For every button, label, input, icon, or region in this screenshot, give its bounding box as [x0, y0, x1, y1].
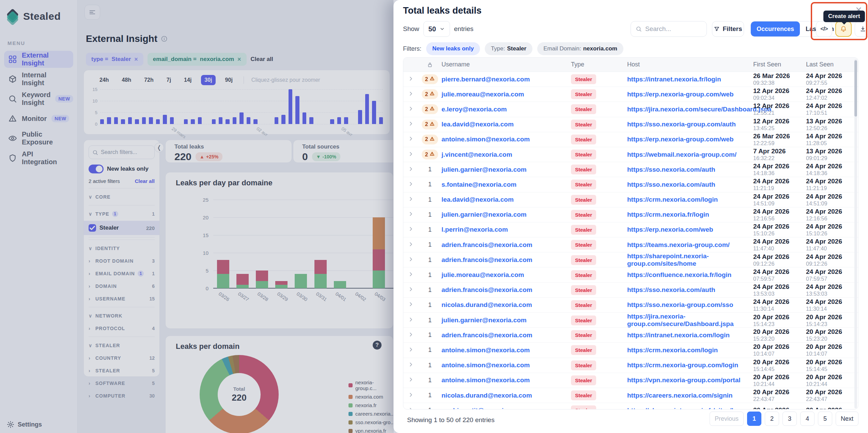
page-size-select[interactable]: 50 — [423, 21, 450, 37]
column-username: Username — [441, 61, 571, 68]
chevron-right-icon — [408, 287, 414, 293]
expand-cell[interactable] — [403, 76, 418, 83]
expand-cell[interactable] — [403, 151, 418, 158]
username-link[interactable]: nicolas.durand@nexoria.com — [441, 301, 571, 309]
host-link[interactable]: https://intranet.nexoria.fr/login — [627, 76, 753, 83]
host-link[interactable]: https://erp.nexoria-group.com/web — [627, 136, 753, 143]
host-link[interactable]: https://crm.nexoria-group.com/login — [627, 361, 753, 369]
modal-dim-overlay[interactable] — [0, 0, 393, 433]
host-link[interactable]: https://careers.nexoria.com/signin — [627, 392, 753, 399]
host-link[interactable]: https://erp.nexoria.com/web — [627, 226, 753, 233]
expand-cell[interactable] — [403, 196, 418, 203]
expand-cell[interactable] — [403, 332, 418, 339]
expand-cell[interactable] — [403, 226, 418, 233]
expand-cell[interactable] — [403, 166, 418, 173]
username-link[interactable]: antoine.simon@nexoria.com — [441, 346, 571, 354]
page-button-3[interactable]: 3 — [782, 412, 797, 426]
filters-button[interactable]: Filters — [712, 21, 744, 37]
expand-cell[interactable] — [403, 407, 418, 409]
host-link[interactable]: https://sso.nexoria.com/auth — [627, 181, 753, 188]
last-seen-time: 13:53:03 — [806, 291, 858, 297]
page-button-4[interactable]: 4 — [800, 412, 815, 426]
export-code-button[interactable]: </> — [816, 21, 832, 37]
host-link[interactable]: https://jira.nexoria-group.com/secure/Da… — [627, 313, 753, 328]
host-link[interactable]: https://sso.nexoria.com/auth — [627, 166, 753, 173]
page-button-5[interactable]: 5 — [818, 412, 832, 426]
username-link[interactable]: e.leroy@nexoria.com — [441, 106, 571, 113]
expand-cell[interactable] — [403, 392, 418, 399]
expand-cell[interactable] — [403, 242, 418, 248]
host-cell: https://erp.nexoria-group.com/web — [627, 91, 753, 98]
username-link[interactable]: l.perrin@nexoria.com — [441, 226, 571, 233]
username-link[interactable]: julien.garnier@nexoria.com — [441, 316, 571, 324]
username-link[interactable]: sophie.petit@nexoria.com — [441, 407, 571, 409]
warning-icon — [430, 121, 435, 128]
next-page-button[interactable]: Next — [836, 412, 858, 426]
expand-cell[interactable] — [403, 181, 418, 188]
username-link[interactable]: julien.garnier@nexoria.com — [441, 211, 571, 218]
host-cell: https://crm.nexoria.com/login — [627, 346, 753, 354]
expand-cell[interactable] — [403, 347, 418, 354]
username-link[interactable]: antoine.simon@nexoria.com — [441, 376, 571, 384]
host-link[interactable]: https://vpn.nexoria-group.com/portal — [627, 376, 753, 384]
page-size-value: 50 — [429, 25, 436, 33]
previous-page-button[interactable]: Previous — [710, 412, 744, 426]
username-link[interactable]: adrien.francois@nexoria.com — [441, 286, 571, 294]
expand-cell[interactable] — [403, 136, 418, 143]
username-link[interactable]: nicolas.durand@nexoria.com — [441, 392, 571, 399]
host-link[interactable]: https://crm.nexoria.fr/login — [627, 211, 753, 218]
username-cell: antoine.simon@nexoria.com — [441, 376, 571, 384]
username-link[interactable]: s.fontaine@nexoria.com — [441, 181, 571, 188]
username-link[interactable]: julien.garnier@nexoria.com — [441, 166, 571, 173]
username-link[interactable]: julie.moreau@nexoria.com — [441, 91, 571, 98]
username-link[interactable]: j.vincent@nexoria.com — [441, 151, 571, 158]
host-link[interactable]: https://jira.nexoria.com/secure/Dashboar… — [627, 106, 753, 113]
username-link[interactable]: lea.david@nexoria.com — [441, 121, 571, 128]
table-scrollbar[interactable] — [854, 59, 857, 408]
username-link[interactable]: antoine.simon@nexoria.com — [441, 136, 571, 143]
host-link[interactable]: https://crm.nexoria.com/login — [627, 196, 753, 203]
username-link[interactable]: adrien.francois@nexoria.com — [441, 241, 571, 249]
tab-occurrences[interactable]: Occurrences — [751, 21, 800, 36]
host-link[interactable]: https://sso.nexoria-group.com/auth — [627, 121, 753, 128]
expand-cell[interactable] — [403, 257, 418, 263]
username-link[interactable]: lea.david@nexoria.com — [441, 196, 571, 203]
host-link[interactable]: https://sso.nexoria-group.com/sso — [627, 301, 753, 309]
type-cell: Stealer — [571, 180, 627, 189]
expand-cell[interactable] — [403, 211, 418, 218]
username-link[interactable]: julie.moreau@nexoria.com — [441, 271, 571, 279]
table-row: 1julie.moreau@nexoria.comStealerhttps://… — [403, 267, 858, 282]
expand-cell[interactable] — [403, 362, 418, 369]
host-link[interactable]: https://teams.nexoria-group.com/ — [627, 241, 753, 249]
expand-cell[interactable] — [403, 317, 418, 324]
expand-cell[interactable] — [403, 301, 418, 308]
host-link[interactable]: https://erp.nexoria-group.com/web — [627, 91, 753, 98]
username-link[interactable]: adrien.francois@nexoria.com — [441, 256, 571, 264]
total-leaks-details-drawer: Total leaks details × Show 50 entries Se… — [393, 0, 868, 433]
first-seen-date: 24 Apr 2026 — [753, 253, 806, 261]
username-link[interactable]: adrien.francois@nexoria.com — [441, 331, 571, 339]
username-link[interactable]: antoine.simon@nexoria.com — [441, 361, 571, 369]
last-seen-cell: 24 Apr 202607:59:57 — [806, 268, 858, 282]
first-seen-time: 22:43:47 — [753, 396, 806, 402]
host-link[interactable]: https://sso.nexoria.com/auth — [627, 286, 753, 294]
expand-cell[interactable] — [403, 106, 418, 113]
host-link[interactable]: https://crm.nexoria.com/login — [627, 346, 753, 354]
username-link[interactable]: pierre.bernard@nexoria.com — [441, 76, 571, 83]
expand-cell[interactable] — [403, 272, 418, 278]
download-button[interactable] — [855, 21, 868, 37]
host-link[interactable]: https://confluence.nexoria.fr/login — [627, 271, 753, 279]
expand-cell[interactable] — [403, 287, 418, 293]
search-input[interactable]: Search... — [631, 21, 707, 37]
host-link[interactable]: https://sharepoint.nexoria.fr/sites/home — [627, 407, 753, 409]
page-button-2[interactable]: 2 — [765, 412, 779, 426]
host-link[interactable]: https://intranet.nexoria.com/login — [627, 331, 753, 339]
expand-cell[interactable] — [403, 377, 418, 384]
host-link[interactable]: https://sharepoint.nexoria-group.com/sit… — [627, 252, 753, 267]
host-link[interactable]: https://webmail.nexoria-group.com/ — [627, 151, 753, 158]
expand-cell[interactable] — [403, 91, 418, 98]
first-seen-date: 12 Apr 2026 — [753, 87, 806, 95]
page-button-1[interactable]: 1 — [747, 412, 761, 426]
first-seen-cell: 20 Apr 202622:43:47 — [753, 388, 806, 402]
expand-cell[interactable] — [403, 121, 418, 128]
